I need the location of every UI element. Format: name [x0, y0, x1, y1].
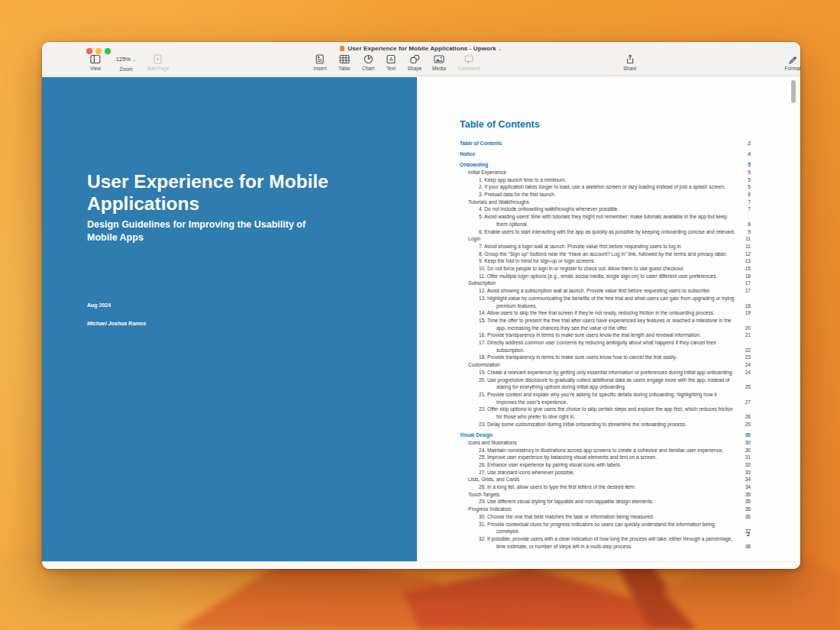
toc-entry-page: 7 [735, 205, 751, 213]
toc-entry[interactable]: Notice4 [460, 150, 751, 158]
toc-entry[interactable]: Lists, Grids, and Cards34 [460, 476, 751, 483]
toc-entry[interactable]: Login11 [460, 235, 751, 243]
add-page-label: Add Page [147, 66, 170, 71]
toc-entry[interactable]: 30. Choose the one that best matches the… [460, 513, 751, 521]
toc-entry-page: 33 [735, 469, 751, 477]
cover-date: Aug 2024 [87, 302, 111, 308]
chart-icon [363, 54, 373, 64]
toc-entry-text: Login [460, 235, 735, 243]
toc-entry-text: 25. Improve user experience by balancing… [460, 454, 735, 461]
toc-entry-page: 35 [735, 498, 751, 506]
text-button[interactable]: A Text [386, 54, 396, 71]
toc-page[interactable]: Table of Contents Table of Contents2Noti… [417, 77, 800, 561]
vertical-scrollbar[interactable] [791, 80, 796, 103]
toc-entry-text: 3. Preload data for the first launch. [460, 191, 735, 199]
cover-page[interactable]: User Experience for Mobile Applications … [42, 77, 417, 561]
view-icon [90, 54, 101, 64]
toc-entry-text: 21. Provide context and explain why you’… [460, 391, 735, 405]
toc-entry[interactable]: 15. Time the offer to present the free t… [460, 317, 751, 331]
toc-entry[interactable]: 2. If your application takes longer to l… [460, 183, 751, 191]
toc-entry[interactable]: 6. Enable users to start interacting wit… [460, 228, 751, 236]
toc-entry[interactable]: 12. Avoid showing a subscription wall at… [460, 287, 751, 295]
format-button[interactable]: Format [785, 54, 800, 71]
shape-button[interactable]: Shape [407, 54, 422, 71]
toc-entry[interactable]: 22. Offer skip options to give users the… [460, 405, 751, 420]
toc-entry-page: 34 [735, 483, 751, 491]
toc-entry-page: 5 [735, 161, 751, 169]
toc-entry[interactable]: 31. Provide contextual clues for progres… [460, 521, 751, 535]
toc-entry[interactable]: 32. If possible, provide users with a cl… [460, 535, 751, 550]
toc-entry-page: 27 [735, 399, 751, 406]
toc-entry-page: 4 [735, 150, 751, 158]
insert-button[interactable]: Insert [314, 54, 327, 71]
toc-entry-text: Initial Experience [460, 169, 735, 176]
toc-entry-text: 2. If your application takes longer to l… [460, 183, 735, 191]
toc-entry[interactable]: 5. Avoid wasting users’ time with tutori… [460, 213, 751, 228]
toc-entry-page: 2 [735, 140, 751, 147]
toc-entry[interactable]: 10. Do not force people to sign in or re… [460, 265, 751, 273]
toc-entry[interactable]: Icons and Illustrations30 [460, 439, 751, 447]
share-label: Share [623, 66, 637, 71]
toc-entry[interactable]: 4. Do not include onboarding walkthrough… [460, 205, 751, 213]
toc-entry-page: 23 [735, 354, 751, 361]
toc-entry[interactable]: 28. In a long list, allow users to type … [460, 483, 751, 491]
toc-entry-text: 9. Keep the fold in mind for sign-up or … [460, 257, 735, 265]
toc-entry[interactable]: 23. Delay some customization during init… [460, 421, 751, 428]
toc-entry[interactable]: Touch Targets35 [460, 491, 751, 499]
toc-entry-text: 20. Use progressive disclosure to gradua… [460, 376, 735, 391]
toc-entry[interactable]: 7. Avoid showing a login wall at launch.… [460, 243, 751, 250]
window-title[interactable]: User Experience for Mobile Applications … [42, 45, 800, 52]
toc-entry-page: 12 [735, 250, 751, 258]
toc-entry[interactable]: Visual Design30 [460, 431, 751, 439]
toc-entry[interactable]: 24. Maintain consistency in illustration… [460, 447, 751, 454]
toc-entry[interactable]: Table of Contents2 [460, 140, 751, 147]
toc-entry-text: Progress Indicators [460, 506, 735, 513]
toc-entry-page: 5 [735, 176, 751, 184]
toc-entry[interactable]: 14. Allow users to skip the free trial s… [460, 309, 751, 317]
document-canvas[interactable]: User Experience for Mobile Applications … [42, 77, 800, 561]
toc-entry[interactable]: 20. Use progressive disclosure to gradua… [460, 376, 751, 391]
title-chevron-icon[interactable]: ⌄ [498, 46, 502, 51]
chart-button[interactable]: Chart [362, 54, 374, 71]
table-button[interactable]: Table [338, 54, 351, 71]
toc-entry[interactable]: 3. Preload data for the first launch.6 [460, 191, 751, 199]
toc-entry[interactable]: 26. Enhance user experience by pairing v… [460, 461, 751, 469]
toc-entry[interactable]: 25. Improve user experience by balancing… [460, 454, 751, 461]
toc-entry-text: 29. Use different visual styling for tap… [460, 498, 735, 506]
toc-entry-text: 32. If possible, provide users with a cl… [460, 535, 735, 550]
toc-entry[interactable]: 11. Offer multiple login options (e.g., … [460, 273, 751, 280]
toc-entry-page: 30 [735, 447, 751, 454]
toc-entry[interactable]: 27. Use standard icons whenever possible… [460, 469, 751, 477]
share-button[interactable]: Share [623, 54, 637, 71]
toc-entry[interactable]: Tutorials and Walkthroughs7 [460, 199, 751, 206]
toc-entry[interactable]: 8. Group the “Sign up” buttons near the … [460, 250, 751, 258]
toc-entry[interactable]: 9. Keep the fold in mind for sign-up or … [460, 257, 751, 265]
table-label: Table [338, 66, 351, 71]
media-button[interactable]: Media [432, 54, 446, 71]
toc-entry-page: 7 [735, 199, 751, 206]
toc-entry-page: 15 [735, 265, 751, 273]
view-button[interactable]: View [90, 54, 101, 71]
toc-entry[interactable]: 13. Highlight value by communicating the… [460, 295, 751, 309]
toc-entry[interactable]: 21. Provide context and explain why you’… [460, 391, 751, 405]
toc-entry[interactable]: 18. Provide transparency in terms to mak… [460, 354, 751, 361]
toc-entry[interactable]: Subscription17 [460, 279, 751, 287]
toc-entry-page: 5 [735, 183, 751, 191]
add-page-icon [153, 54, 163, 64]
toc-entry-page: 16 [735, 273, 751, 280]
toc-entry[interactable]: Progress Indicators36 [460, 506, 751, 513]
cover-title: User Experience for Mobile Applications [87, 170, 358, 215]
toc-entry-page: 24 [735, 369, 751, 376]
toc-entry[interactable]: 29. Use different visual styling for tap… [460, 498, 751, 506]
toc-entry-text: 5. Avoid wasting users’ time with tutori… [460, 213, 735, 228]
toc-entry[interactable]: 1. Keep app launch time to a minimum.5 [460, 176, 751, 184]
toc-entry[interactable]: Customization24 [460, 361, 751, 369]
toc-entry[interactable]: Initial Experience5 [460, 169, 751, 176]
media-label: Media [432, 66, 446, 71]
toc-entry[interactable]: 16. Provide transparency in terms to mak… [460, 331, 751, 339]
toc-entry-page: 21 [735, 331, 751, 339]
zoom-control[interactable]: 125% ⌄ Zoom [116, 54, 137, 72]
toc-entry[interactable]: 17. Directly address common user concern… [460, 339, 751, 354]
toc-entry[interactable]: Onboarding5 [460, 161, 751, 169]
toc-entry[interactable]: 19. Create a relevant experience by gett… [460, 369, 751, 376]
